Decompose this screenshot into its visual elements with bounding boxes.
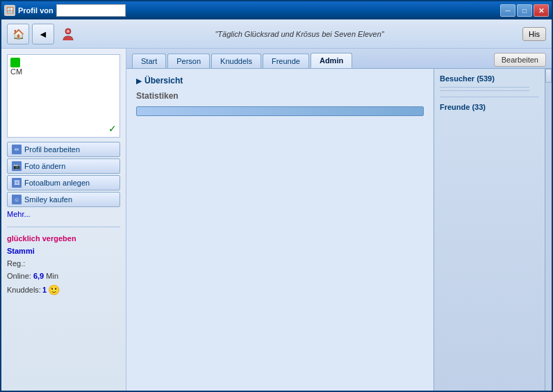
title-input[interactable] (56, 4, 126, 17)
action-buttons: ✏ Profil bearbeiten 📷 Foto ändern 🖼 Foto… (7, 142, 120, 220)
sidebar: CM ✓ ✏ Profil bearbeiten 📷 Foto ändern 🖼… (1, 49, 126, 391)
quote-text: "Täglich Glücksrad und Krösus bei Seven … (79, 30, 520, 38)
nav-bar: 🏠 ◄ "Täglich Glücksrad und Krösus bei Se… (1, 19, 552, 49)
statistics-progress-bar (136, 106, 424, 116)
title-bar: 🪟 Profil von ─ □ ✕ (1, 1, 552, 19)
tab-start[interactable]: Start (132, 54, 166, 68)
tab-admin[interactable]: Admin (311, 53, 352, 68)
minimize-button[interactable]: ─ (500, 4, 515, 17)
title-text: Profil von (18, 6, 53, 15)
tab-content: ▶ Übersicht Statistiken Besucher (539) F… (126, 69, 552, 391)
bearbeiten-button[interactable]: Bearbeiten (494, 53, 546, 67)
right-scrollbar[interactable] (545, 69, 552, 391)
checkmark-icon: ✓ (108, 123, 117, 134)
photo-icon: 📷 (12, 161, 22, 171)
reg-row: Reg.: (7, 259, 120, 268)
title-buttons: ─ □ ✕ (500, 4, 549, 17)
edit-icon: ✏ (12, 145, 22, 154)
profile-photo-area: CM ✓ (7, 54, 120, 138)
right-panel-divider (440, 97, 539, 97)
tabs-bar: Start Person Knuddels Freunde Admin Bear… (126, 49, 552, 69)
sidebar-divider-1 (7, 227, 120, 227)
visitor-placeholder-1 (440, 87, 529, 88)
smiley-icon: ☺ (12, 195, 22, 204)
rank-label[interactable]: Stammi (7, 247, 35, 255)
username-label: CM (10, 67, 117, 76)
relationship-status: glücklich vergeben (7, 234, 76, 243)
visitors-title[interactable]: Besucher (539) (440, 74, 539, 83)
back-button[interactable]: ◄ (32, 24, 54, 44)
main-window: 🪟 Profil von ─ □ ✕ 🏠 ◄ "Täglich Glücksra… (0, 0, 553, 392)
tab-main-area: ▶ Übersicht Statistiken (126, 69, 434, 391)
close-button[interactable]: ✕ (534, 4, 549, 17)
his-button[interactable]: His (522, 27, 546, 41)
profile-nav-icon (60, 26, 76, 42)
scrollbar-thumb[interactable] (545, 69, 552, 83)
album-icon: 🖼 (12, 178, 22, 188)
photo-change-button[interactable]: 📷 Foto ändern (7, 158, 120, 174)
status-section: glücklich vergeben (7, 234, 120, 243)
smiley-buy-button[interactable]: ☺ Smiley kaufen (7, 192, 120, 207)
knuddels-row: Knuddels: 1 🙂 (7, 284, 120, 295)
tab-person[interactable]: Person (167, 54, 210, 68)
tab-freunde[interactable]: Freunde (263, 54, 309, 68)
knuddels-smiley-icon: 🙂 (48, 284, 60, 295)
content-area: CM ✓ ✏ Profil bearbeiten 📷 Foto ändern 🖼… (1, 49, 552, 391)
photo-album-button[interactable]: 🖼 Fotoalbum anlegen (7, 175, 120, 190)
right-panel: Besucher (539) Freunde (33) (434, 69, 545, 391)
statistics-title: Statistiken (136, 91, 424, 101)
mehr-link[interactable]: Mehr... (7, 209, 120, 220)
profile-edit-button[interactable]: ✏ Profil bearbeiten (7, 142, 120, 157)
title-bar-left: 🪟 Profil von (4, 4, 126, 17)
triangle-icon: ▶ (136, 77, 142, 85)
visitor-placeholder-2 (440, 90, 529, 91)
online-indicator (10, 58, 20, 67)
online-row: Online: 6,9 Min (7, 272, 120, 280)
maximize-button[interactable]: □ (517, 4, 532, 17)
rank-section: Stammi (7, 247, 120, 255)
svg-point-1 (67, 30, 69, 33)
overview-header: ▶ Übersicht (136, 76, 424, 85)
window-icon: 🪟 (4, 5, 15, 16)
main-panel: Start Person Knuddels Freunde Admin Bear… (126, 49, 552, 391)
tab-knuddels[interactable]: Knuddels (211, 54, 261, 68)
home-button[interactable]: 🏠 (7, 24, 29, 44)
friends-title[interactable]: Freunde (33) (440, 103, 539, 111)
